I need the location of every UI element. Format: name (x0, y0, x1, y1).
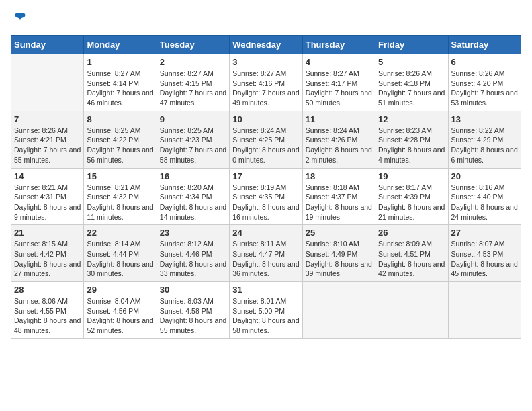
day-number: 30 (160, 285, 226, 295)
calendar-cell: 10Sunrise: 8:24 AMSunset: 4:25 PMDayligh… (230, 111, 302, 168)
calendar-week-5: 28Sunrise: 8:06 AMSunset: 4:55 PMDayligh… (11, 282, 521, 339)
calendar-cell: 13Sunrise: 8:22 AMSunset: 4:29 PMDayligh… (448, 111, 521, 168)
day-info: Sunrise: 8:14 AMSunset: 4:44 PMDaylight:… (87, 239, 153, 279)
calendar-cell: 12Sunrise: 8:23 AMSunset: 4:28 PMDayligh… (375, 111, 448, 168)
calendar-cell: 19Sunrise: 8:17 AMSunset: 4:39 PMDayligh… (375, 168, 448, 225)
calendar-cell: 30Sunrise: 8:03 AMSunset: 4:58 PMDayligh… (157, 282, 229, 339)
day-info: Sunrise: 8:24 AMSunset: 4:25 PMDaylight:… (232, 126, 299, 165)
day-info: Sunrise: 8:27 AMSunset: 4:17 PMDaylight:… (306, 68, 372, 108)
day-info: Sunrise: 8:06 AMSunset: 4:55 PMDaylight:… (14, 296, 81, 336)
calendar-week-4: 21Sunrise: 8:15 AMSunset: 4:42 PMDayligh… (11, 225, 521, 282)
page-header (11, 11, 521, 27)
day-info: Sunrise: 8:04 AMSunset: 4:56 PMDaylight:… (87, 296, 153, 336)
day-info: Sunrise: 8:07 AMSunset: 4:53 PMDaylight:… (451, 239, 518, 279)
calendar-cell: 26Sunrise: 8:09 AMSunset: 4:51 PMDayligh… (375, 225, 448, 282)
day-number: 5 (378, 57, 445, 67)
day-info: Sunrise: 8:10 AMSunset: 4:49 PMDaylight:… (306, 239, 372, 279)
weekday-monday: Monday (84, 36, 157, 54)
calendar-cell: 27Sunrise: 8:07 AMSunset: 4:53 PMDayligh… (448, 225, 521, 282)
calendar-cell: 28Sunrise: 8:06 AMSunset: 4:55 PMDayligh… (11, 282, 84, 339)
day-number: 15 (87, 171, 153, 181)
calendar-cell: 24Sunrise: 8:11 AMSunset: 4:47 PMDayligh… (230, 225, 302, 282)
day-info: Sunrise: 8:25 AMSunset: 4:23 PMDaylight:… (160, 126, 226, 165)
day-number: 21 (14, 228, 81, 238)
day-number: 25 (306, 228, 372, 238)
calendar-cell: 8Sunrise: 8:25 AMSunset: 4:22 PMDaylight… (84, 111, 157, 168)
day-info: Sunrise: 8:21 AMSunset: 4:31 PMDaylight:… (14, 183, 81, 222)
day-info: Sunrise: 8:17 AMSunset: 4:39 PMDaylight:… (378, 183, 445, 222)
calendar-cell (11, 54, 84, 111)
day-number: 2 (160, 57, 226, 67)
calendar-week-3: 14Sunrise: 8:21 AMSunset: 4:31 PMDayligh… (11, 168, 521, 225)
day-number: 20 (451, 171, 518, 181)
day-number: 9 (160, 114, 226, 124)
calendar-cell: 25Sunrise: 8:10 AMSunset: 4:49 PMDayligh… (302, 225, 375, 282)
calendar-cell: 20Sunrise: 8:16 AMSunset: 4:40 PMDayligh… (448, 168, 521, 225)
day-number: 1 (87, 57, 153, 67)
day-info: Sunrise: 8:11 AMSunset: 4:47 PMDaylight:… (232, 239, 299, 279)
day-number: 16 (160, 171, 226, 181)
calendar-cell: 14Sunrise: 8:21 AMSunset: 4:31 PMDayligh… (11, 168, 84, 225)
calendar-cell: 11Sunrise: 8:24 AMSunset: 4:26 PMDayligh… (302, 111, 375, 168)
day-number: 12 (378, 114, 445, 124)
weekday-thursday: Thursday (302, 36, 375, 54)
day-info: Sunrise: 8:12 AMSunset: 4:46 PMDaylight:… (160, 239, 226, 279)
day-info: Sunrise: 8:27 AMSunset: 4:14 PMDaylight:… (87, 68, 153, 108)
calendar-cell: 16Sunrise: 8:20 AMSunset: 4:34 PMDayligh… (157, 168, 229, 225)
day-number: 22 (87, 228, 153, 238)
calendar-cell: 5Sunrise: 8:26 AMSunset: 4:18 PMDaylight… (375, 54, 448, 111)
day-info: Sunrise: 8:19 AMSunset: 4:35 PMDaylight:… (232, 183, 299, 222)
calendar-cell (375, 282, 448, 339)
calendar-cell: 17Sunrise: 8:19 AMSunset: 4:35 PMDayligh… (230, 168, 302, 225)
day-number: 19 (378, 171, 445, 181)
day-info: Sunrise: 8:03 AMSunset: 4:58 PMDaylight:… (160, 296, 226, 336)
day-info: Sunrise: 8:23 AMSunset: 4:28 PMDaylight:… (378, 126, 445, 165)
day-number: 27 (451, 228, 518, 238)
day-info: Sunrise: 8:09 AMSunset: 4:51 PMDaylight:… (378, 239, 445, 279)
weekday-sunday: Sunday (11, 36, 84, 54)
weekday-wednesday: Wednesday (230, 36, 302, 54)
day-info: Sunrise: 8:26 AMSunset: 4:20 PMDaylight:… (451, 68, 518, 108)
day-number: 10 (232, 114, 299, 124)
day-info: Sunrise: 8:24 AMSunset: 4:26 PMDaylight:… (306, 126, 372, 165)
weekday-header-row: SundayMondayTuesdayWednesdayThursdayFrid… (11, 36, 521, 54)
day-info: Sunrise: 8:01 AMSunset: 5:00 PMDaylight:… (232, 296, 299, 336)
calendar-week-2: 7Sunrise: 8:26 AMSunset: 4:21 PMDaylight… (11, 111, 521, 168)
day-info: Sunrise: 8:27 AMSunset: 4:16 PMDaylight:… (232, 68, 299, 108)
calendar-cell (448, 282, 521, 339)
day-number: 26 (378, 228, 445, 238)
day-info: Sunrise: 8:26 AMSunset: 4:21 PMDaylight:… (14, 126, 81, 165)
day-info: Sunrise: 8:18 AMSunset: 4:37 PMDaylight:… (306, 183, 372, 222)
day-number: 7 (14, 114, 81, 124)
day-number: 13 (451, 114, 518, 124)
calendar-cell: 4Sunrise: 8:27 AMSunset: 4:17 PMDaylight… (302, 54, 375, 111)
day-info: Sunrise: 8:15 AMSunset: 4:42 PMDaylight:… (14, 239, 81, 279)
day-number: 23 (160, 228, 226, 238)
calendar-cell: 18Sunrise: 8:18 AMSunset: 4:37 PMDayligh… (302, 168, 375, 225)
weekday-friday: Friday (375, 36, 448, 54)
day-number: 6 (451, 57, 518, 67)
calendar-table: SundayMondayTuesdayWednesdayThursdayFrid… (11, 35, 521, 339)
calendar-cell: 6Sunrise: 8:26 AMSunset: 4:20 PMDaylight… (448, 54, 521, 111)
day-number: 14 (14, 171, 81, 181)
day-number: 29 (87, 285, 153, 295)
day-number: 28 (14, 285, 81, 295)
day-info: Sunrise: 8:22 AMSunset: 4:29 PMDaylight:… (451, 126, 518, 165)
logo-bird-icon (12, 11, 28, 27)
calendar-cell: 23Sunrise: 8:12 AMSunset: 4:46 PMDayligh… (157, 225, 229, 282)
calendar-cell: 2Sunrise: 8:27 AMSunset: 4:15 PMDaylight… (157, 54, 229, 111)
weekday-tuesday: Tuesday (157, 36, 229, 54)
calendar-cell: 9Sunrise: 8:25 AMSunset: 4:23 PMDaylight… (157, 111, 229, 168)
logo (11, 11, 28, 27)
calendar-cell: 21Sunrise: 8:15 AMSunset: 4:42 PMDayligh… (11, 225, 84, 282)
day-info: Sunrise: 8:25 AMSunset: 4:22 PMDaylight:… (87, 126, 153, 165)
calendar-cell: 31Sunrise: 8:01 AMSunset: 5:00 PMDayligh… (230, 282, 302, 339)
day-number: 24 (232, 228, 299, 238)
calendar-cell: 22Sunrise: 8:14 AMSunset: 4:44 PMDayligh… (84, 225, 157, 282)
calendar-cell: 29Sunrise: 8:04 AMSunset: 4:56 PMDayligh… (84, 282, 157, 339)
day-number: 8 (87, 114, 153, 124)
day-number: 11 (306, 114, 372, 124)
weekday-saturday: Saturday (448, 36, 521, 54)
day-info: Sunrise: 8:26 AMSunset: 4:18 PMDaylight:… (378, 68, 445, 108)
calendar-week-1: 1Sunrise: 8:27 AMSunset: 4:14 PMDaylight… (11, 54, 521, 111)
